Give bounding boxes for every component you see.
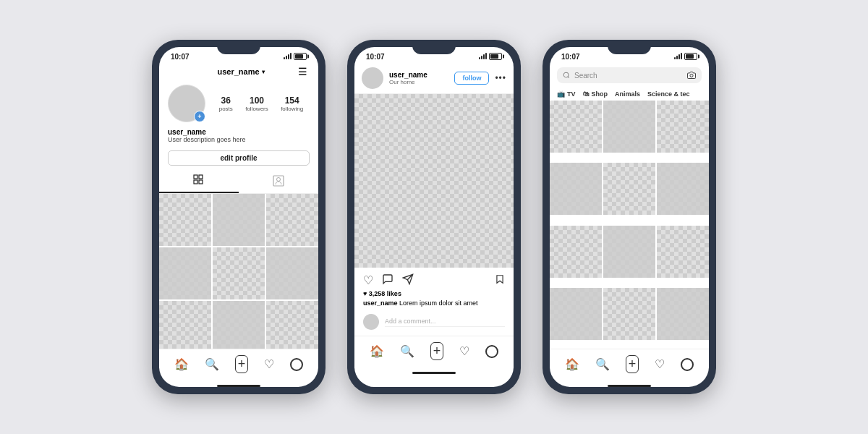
- battery-icon: [684, 53, 697, 60]
- follow-button[interactable]: follow: [454, 72, 489, 85]
- posts-label: posts: [219, 106, 233, 112]
- grid-item[interactable]: [213, 301, 265, 349]
- menu-icon[interactable]: ☰: [298, 66, 308, 77]
- followers-count: 100: [245, 95, 268, 106]
- explore-item[interactable]: [603, 101, 655, 153]
- notch: [412, 40, 456, 54]
- nav-home-icon[interactable]: 🏠: [565, 357, 579, 371]
- camera-icon[interactable]: [687, 71, 696, 80]
- bio-username: user_name: [168, 128, 310, 136]
- grid-item[interactable]: [266, 247, 318, 299]
- nav-add-icon[interactable]: +: [235, 355, 249, 373]
- feed-caption: user_name Lorem ipsum dolor sit amet: [354, 299, 514, 311]
- svg-rect-1: [199, 175, 203, 179]
- svg-marker-8: [497, 276, 503, 284]
- tab-shop[interactable]: 🛍 Shop: [583, 90, 608, 98]
- nav-profile-icon[interactable]: [485, 345, 498, 358]
- comment-input[interactable]: Add a comment...: [385, 318, 505, 327]
- tab-grid[interactable]: [159, 169, 239, 193]
- comment-icon[interactable]: [382, 273, 393, 287]
- person-tag-icon: [273, 175, 284, 187]
- like-icon[interactable]: ♡: [363, 273, 373, 287]
- followers-stat: 100 followers: [245, 95, 268, 112]
- nav-home-icon[interactable]: 🏠: [174, 357, 189, 371]
- followers-label: followers: [245, 106, 268, 112]
- feed-actions: ♡: [354, 268, 514, 290]
- explore-item[interactable]: [657, 226, 709, 278]
- nav-heart-icon[interactable]: ♡: [264, 357, 274, 371]
- avatar-add-button[interactable]: +: [194, 111, 205, 122]
- nav-profile-icon[interactable]: [290, 358, 303, 371]
- explore-grid: [550, 101, 709, 349]
- profile-tabs: [159, 169, 318, 194]
- home-indicator: [608, 385, 651, 387]
- photo-grid: [159, 194, 318, 349]
- phone-screen: 10:07 user_name ▾ ☰: [159, 47, 318, 387]
- tab-tv-label: TV: [567, 90, 576, 98]
- grid-item[interactable]: [266, 194, 318, 246]
- caption-username: user_name: [363, 299, 398, 307]
- tab-science[interactable]: Science & tec: [647, 90, 690, 98]
- phone-profile: 10:07 user_name ▾ ☰: [152, 40, 326, 394]
- nav-search-icon[interactable]: 🔍: [400, 344, 414, 358]
- explore-item[interactable]: [603, 163, 655, 215]
- profile-username-header[interactable]: user_name ▾: [217, 67, 264, 76]
- nav-search-icon[interactable]: 🔍: [205, 357, 219, 371]
- stats-container: 36 posts 100 followers 154 following: [213, 95, 310, 112]
- explore-item[interactable]: [657, 101, 709, 153]
- signal-icon: [284, 54, 292, 59]
- grid-item[interactable]: [159, 301, 211, 349]
- status-icons: [674, 53, 697, 60]
- grid-item[interactable]: [159, 194, 211, 246]
- feed-user-avatar: [362, 67, 383, 89]
- phone-explore: 10:07 Search: [542, 40, 716, 394]
- feed-actions-left: ♡: [363, 273, 414, 287]
- tab-animals[interactable]: Animals: [615, 90, 640, 98]
- bottom-nav: 🏠 🔍 + ♡: [550, 349, 709, 382]
- phone-feed: 10:07 user_name Our home: [347, 40, 521, 394]
- status-time: 10:07: [561, 53, 580, 61]
- explore-item[interactable]: [550, 288, 602, 340]
- tab-tv[interactable]: 📺 TV: [557, 90, 576, 98]
- chevron-down-icon: ▾: [262, 69, 265, 75]
- explore-item[interactable]: [550, 101, 602, 153]
- svg-rect-2: [194, 180, 197, 184]
- feed-user-info: user_name Our home: [389, 71, 448, 85]
- tab-tagged[interactable]: [239, 169, 318, 193]
- search-bar[interactable]: Search: [557, 67, 702, 83]
- grid-item[interactable]: [213, 247, 265, 299]
- nav-profile-icon[interactable]: [681, 358, 694, 371]
- grid-item[interactable]: [213, 194, 265, 246]
- share-icon[interactable]: [402, 273, 414, 287]
- explore-item[interactable]: [657, 163, 709, 215]
- nav-home-icon[interactable]: 🏠: [370, 344, 384, 358]
- bookmark-icon[interactable]: [495, 273, 505, 287]
- edit-profile-button[interactable]: edit profile: [168, 150, 310, 166]
- explore-item[interactable]: [550, 163, 602, 215]
- following-label: following: [281, 106, 303, 112]
- signal-icon: [479, 54, 487, 59]
- nav-heart-icon[interactable]: ♡: [655, 357, 665, 371]
- nav-heart-icon[interactable]: ♡: [459, 344, 469, 358]
- explore-item[interactable]: [603, 288, 655, 340]
- grid-item[interactable]: [159, 247, 211, 299]
- status-time: 10:07: [366, 53, 385, 61]
- explore-item[interactable]: [657, 288, 709, 340]
- nav-add-icon[interactable]: +: [626, 355, 639, 373]
- svg-point-11: [690, 75, 693, 77]
- following-stat: 154 following: [281, 95, 303, 112]
- avatar-container: +: [168, 85, 205, 122]
- notch: [217, 40, 260, 54]
- nav-add-icon[interactable]: +: [430, 342, 444, 360]
- status-icons: [284, 53, 307, 60]
- explore-item[interactable]: [603, 226, 655, 278]
- feed-header: user_name Our home follow •••: [354, 63, 514, 94]
- explore-item[interactable]: [550, 226, 602, 278]
- following-count: 154: [281, 95, 303, 106]
- svg-line-10: [568, 77, 569, 78]
- posts-count: 36: [219, 95, 233, 106]
- bio-description: User description goes here: [168, 136, 310, 143]
- grid-item[interactable]: [266, 301, 318, 349]
- nav-search-icon[interactable]: 🔍: [595, 357, 610, 371]
- more-options-button[interactable]: •••: [495, 73, 506, 83]
